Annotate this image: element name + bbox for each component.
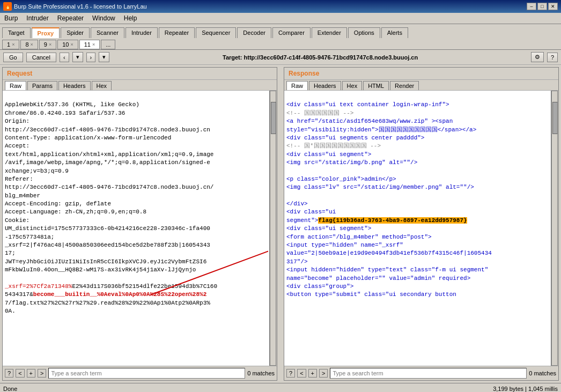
request-matches: 0 matches bbox=[247, 370, 275, 376]
request-tab-params[interactable]: Params bbox=[27, 81, 57, 90]
request-search-input[interactable] bbox=[48, 368, 245, 379]
panel-divider bbox=[279, 65, 282, 383]
tab-alerts[interactable]: Alerts bbox=[381, 27, 408, 38]
sub-tab-more[interactable]: ... bbox=[101, 40, 115, 49]
menu-bar: Burp Intruder Repeater Window Help bbox=[0, 13, 561, 24]
nav-forward-dropdown[interactable]: ▾ bbox=[99, 52, 109, 62]
app-icon: 🔥 bbox=[3, 2, 12, 11]
tab-decoder[interactable]: Decoder bbox=[237, 27, 271, 38]
response-tab-html[interactable]: HTML bbox=[363, 81, 389, 90]
target-info: Target: http://3ecc60d7-c14f-4805-9476-7… bbox=[113, 54, 528, 61]
request-content: AppleWebKit/537.36 (KHTML, like Gecko) C… bbox=[3, 91, 269, 366]
response-search-add[interactable]: + bbox=[308, 369, 317, 378]
request-tab-hex[interactable]: Hex bbox=[92, 81, 112, 90]
request-search-help[interactable]: ? bbox=[5, 369, 13, 378]
tab-repeater[interactable]: Repeater bbox=[159, 27, 195, 38]
close-tab-11[interactable]: × bbox=[92, 42, 95, 47]
request-search-bar: ? < + > 0 matches bbox=[3, 366, 277, 380]
tab-comparer[interactable]: Comparer bbox=[272, 27, 311, 38]
nav-back-dropdown[interactable]: ▾ bbox=[72, 52, 83, 62]
sub-tab-8[interactable]: 8 × bbox=[20, 40, 38, 49]
request-search-next[interactable]: > bbox=[38, 369, 46, 378]
tab-scanner[interactable]: Scanner bbox=[91, 27, 124, 38]
menu-intruder[interactable]: Intruder bbox=[24, 14, 50, 23]
window-controls[interactable]: – □ ✕ bbox=[527, 3, 558, 10]
app-title: Burp Suite Professional v1.6 - licensed … bbox=[14, 3, 147, 10]
tab-intruder[interactable]: Intruder bbox=[126, 27, 158, 38]
response-tab-headers[interactable]: Headers bbox=[309, 81, 341, 90]
help-button[interactable]: ? bbox=[547, 53, 558, 62]
cancel-button[interactable]: Cancel bbox=[26, 53, 56, 62]
response-tab-bar: Raw Headers Hex HTML Render bbox=[284, 80, 558, 91]
maximize-button[interactable]: □ bbox=[537, 3, 547, 10]
menu-help[interactable]: Help bbox=[122, 14, 139, 23]
request-tab-headers[interactable]: Headers bbox=[58, 81, 91, 90]
status-text: Done bbox=[3, 386, 17, 392]
response-matches: 0 matches bbox=[529, 370, 556, 376]
request-tab-raw[interactable]: Raw bbox=[5, 81, 26, 90]
response-search-input[interactable] bbox=[330, 368, 527, 379]
request-panel: Request Raw Params Headers Hex AppleWebK… bbox=[2, 67, 277, 381]
sub-tab-1[interactable]: 1 × bbox=[2, 40, 19, 49]
minimize-button[interactable]: – bbox=[527, 3, 536, 10]
response-search-next[interactable]: > bbox=[319, 369, 328, 378]
content-area: Request Raw Params Headers Hex AppleWebK… bbox=[0, 65, 561, 383]
close-tab-10[interactable]: × bbox=[70, 42, 73, 47]
main-tab-bar: Target Proxy Spider Scanner Intruder Rep… bbox=[0, 24, 561, 38]
close-tab-9[interactable]: × bbox=[49, 42, 51, 47]
target-url: http://3ecc60d7-c14f-4805-9476-71bcd9174… bbox=[244, 54, 418, 61]
tab-extender[interactable]: Extender bbox=[312, 27, 347, 38]
close-tab-1[interactable]: × bbox=[12, 42, 14, 47]
menu-repeater[interactable]: Repeater bbox=[55, 14, 86, 23]
menu-burp[interactable]: Burp bbox=[2, 14, 20, 23]
tab-proxy[interactable]: Proxy bbox=[32, 27, 60, 38]
close-button[interactable]: ✕ bbox=[548, 3, 558, 10]
response-panel: Response Raw Headers Hex HTML Render <di… bbox=[284, 67, 559, 381]
nav-back-button[interactable]: ‹ bbox=[60, 53, 69, 62]
target-label: Target: bbox=[223, 54, 244, 61]
menu-window[interactable]: Window bbox=[90, 14, 117, 23]
tab-sequencer[interactable]: Sequencer bbox=[196, 27, 236, 38]
response-panel-header: Response bbox=[284, 68, 558, 80]
title-bar-left: 🔥 Burp Suite Professional v1.6 - license… bbox=[3, 2, 147, 11]
sub-tab-10[interactable]: 10 × bbox=[57, 40, 78, 49]
request-scrollbar[interactable] bbox=[269, 91, 277, 366]
response-tab-render[interactable]: Render bbox=[390, 81, 419, 90]
tab-target[interactable]: Target bbox=[2, 27, 31, 38]
tab-options[interactable]: Options bbox=[348, 27, 380, 38]
status-bytes: 3,199 bytes | 1,045 millis bbox=[493, 386, 558, 392]
settings-button[interactable]: ⚙ bbox=[531, 52, 544, 62]
status-bar: Done 3,199 bytes | 1,045 millis bbox=[0, 383, 561, 392]
response-search-help[interactable]: ? bbox=[286, 369, 295, 378]
sub-tab-bar: 1 × 8 × 9 × 10 × 11 × ... bbox=[0, 38, 561, 50]
go-button[interactable]: Go bbox=[3, 53, 23, 62]
title-bar: 🔥 Burp Suite Professional v1.6 - license… bbox=[0, 0, 561, 13]
response-search-prev[interactable]: < bbox=[297, 369, 306, 378]
tab-spider[interactable]: Spider bbox=[61, 27, 90, 38]
toolbar: Go Cancel ‹ ▾ › ▾ Target: http://3ecc60d… bbox=[0, 50, 561, 65]
close-tab-8[interactable]: × bbox=[31, 42, 33, 47]
request-search-prev[interactable]: < bbox=[16, 369, 24, 378]
sub-tab-11[interactable]: 11 × bbox=[79, 40, 100, 49]
response-content: <div class="ui text container login-wrap… bbox=[284, 91, 551, 366]
request-search-add[interactable]: + bbox=[27, 369, 35, 378]
nav-forward-button[interactable]: › bbox=[86, 53, 96, 62]
request-tab-bar: Raw Params Headers Hex bbox=[3, 80, 277, 91]
response-tab-raw[interactable]: Raw bbox=[286, 81, 308, 90]
response-search-bar: ? < + > 0 matches bbox=[284, 366, 558, 380]
response-scrollbar[interactable] bbox=[551, 91, 558, 366]
sub-tab-9[interactable]: 9 × bbox=[39, 40, 56, 49]
request-panel-header: Request bbox=[3, 68, 277, 80]
response-tab-hex[interactable]: Hex bbox=[342, 81, 363, 90]
